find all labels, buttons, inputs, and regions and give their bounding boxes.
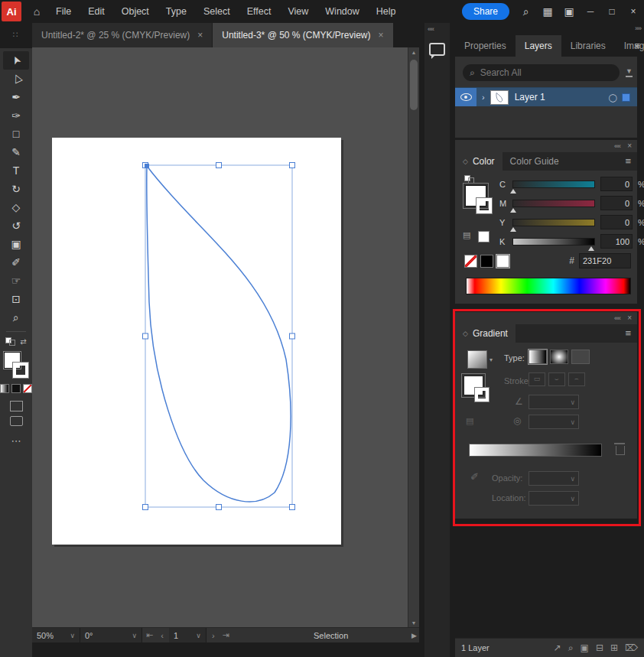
selection-indicator[interactable]	[622, 93, 630, 102]
menu-effect[interactable]: Effect	[239, 0, 280, 23]
close-panel-icon[interactable]: ×	[627, 141, 632, 150]
chevron-down-icon[interactable]: ▾	[490, 356, 493, 363]
menu-view[interactable]: View	[279, 0, 317, 23]
selection-tool[interactable]: ➤	[3, 51, 29, 70]
gradient-across-stroke-button[interactable]: ⌢	[568, 372, 585, 386]
first-page-icon[interactable]: ⇤	[142, 630, 157, 640]
none-swatch[interactable]	[464, 255, 477, 268]
magenta-slider[interactable]	[512, 200, 595, 207]
scroll-down-icon[interactable]: ▼	[408, 620, 419, 626]
home-icon[interactable]: ⌂	[26, 5, 47, 18]
black-value-field[interactable]	[600, 234, 633, 249]
freeform-gradient-button[interactable]	[571, 350, 590, 364]
scrollbar-thumb[interactable]	[410, 60, 418, 110]
radial-gradient-button[interactable]	[550, 350, 568, 364]
slider-thumb[interactable]	[510, 186, 516, 194]
anchor-point[interactable]	[145, 164, 149, 168]
menu-file[interactable]: File	[47, 0, 80, 23]
scroll-right-icon[interactable]: ▶	[411, 632, 417, 639]
direct-selection-tool[interactable]: ▷	[3, 70, 29, 88]
workspace-switcher-icon[interactable]: ▣	[558, 5, 580, 18]
aspect-ratio-dropdown[interactable]: ∨	[529, 415, 579, 429]
close-button[interactable]: ×	[623, 6, 644, 17]
out-of-gamut-icon[interactable]: ▤	[463, 230, 470, 240]
layer-row[interactable]: › Layer 1 ◯	[455, 87, 637, 106]
prev-page-icon[interactable]: ‹	[157, 631, 168, 640]
none-paint-icon[interactable]	[23, 384, 32, 393]
last-page-icon[interactable]: ⇥	[219, 630, 233, 640]
tab-color-guide[interactable]: Color Guide	[503, 152, 567, 171]
menu-select[interactable]: Select	[195, 0, 239, 23]
gradient-paint-icon[interactable]	[0, 384, 9, 393]
swap-fill-stroke-icon[interactable]: ⇄	[20, 337, 26, 346]
draw-mode-icon[interactable]	[10, 401, 23, 411]
delete-selection-icon[interactable]: ⌦	[625, 642, 638, 653]
share-button[interactable]: Share	[462, 3, 509, 20]
menu-type[interactable]: Type	[158, 0, 195, 23]
scroll-up-icon[interactable]: ▲	[408, 50, 419, 55]
cyan-value-field[interactable]	[600, 177, 633, 191]
cyan-slider[interactable]	[512, 181, 595, 188]
clipping-mask-icon[interactable]: ▣	[581, 642, 589, 653]
minimize-button[interactable]: ─	[580, 6, 601, 17]
menu-object[interactable]: Object	[113, 0, 158, 23]
artboard-tool[interactable]: ⊡	[3, 290, 29, 308]
menu-help[interactable]: Help	[368, 0, 405, 23]
black-slider[interactable]	[512, 238, 595, 246]
menu-edit[interactable]: Edit	[80, 0, 113, 23]
stroke-swatch[interactable]	[13, 363, 28, 378]
white-swatch[interactable]	[496, 255, 509, 268]
tab-gradient[interactable]: ◇ Gradient	[455, 324, 516, 343]
collect-export-icon[interactable]: ↗	[554, 642, 561, 653]
arrange-documents-icon[interactable]: ▦	[537, 5, 558, 18]
shaper-tool[interactable]: ◇	[3, 198, 29, 216]
doc-tab-untitled-2[interactable]: Untitled-2* @ 25 % (CMYK/Preview) ×	[32, 23, 213, 47]
artboard[interactable]	[52, 138, 341, 545]
yellow-value-field[interactable]	[600, 215, 633, 229]
canvas[interactable]: ▲ ▼ 50% ∨ 0° ∨ ⇤ ‹ 1 ∨ › ⇥ Selection ▶	[32, 47, 419, 642]
slider-thumb[interactable]	[588, 243, 594, 251]
rotate-tool[interactable]: ↻	[3, 180, 29, 198]
screen-mode-icon[interactable]	[10, 416, 23, 426]
expand-layer-icon[interactable]: ›	[476, 93, 490, 102]
target-circle-icon[interactable]: ◯	[609, 93, 617, 102]
filter-icon[interactable]: ▼	[626, 68, 633, 77]
pen-tool[interactable]: ✒	[3, 88, 29, 106]
panel-menu-icon[interactable]: ≡	[619, 152, 637, 171]
locate-object-icon[interactable]: ⌕	[568, 642, 574, 653]
zoom-tool[interactable]: ⌕	[3, 308, 29, 327]
gradient-annotator-icon[interactable]: ▤	[466, 416, 473, 426]
hand-tool[interactable]: ☞	[3, 272, 29, 290]
close-tab-icon[interactable]: ×	[379, 30, 384, 41]
tab-libraries[interactable]: Libraries	[561, 35, 615, 57]
magenta-value-field[interactable]	[600, 196, 633, 210]
gradient-along-stroke-button[interactable]: ⌣	[548, 372, 565, 386]
maximize-button[interactable]: □	[601, 6, 623, 17]
angle-dropdown[interactable]: ∨	[529, 395, 579, 409]
default-fill-stroke-icon[interactable]	[464, 175, 474, 184]
vertical-scrollbar[interactable]: ▲ ▼	[408, 47, 419, 628]
location-dropdown[interactable]: ∨	[529, 491, 579, 506]
in-web-color-swatch[interactable]	[478, 231, 490, 242]
next-page-icon[interactable]: ›	[208, 631, 219, 640]
eyedropper-icon[interactable]: ✐	[470, 471, 479, 483]
stroke-swatch[interactable]	[475, 388, 489, 402]
zoom-select[interactable]: 50% ∨	[32, 628, 80, 642]
hex-value-field[interactable]	[579, 253, 631, 268]
expand-panels-icon[interactable]: »»	[635, 24, 641, 32]
tab-color[interactable]: ◇ Color	[455, 152, 503, 171]
slider-thumb[interactable]	[510, 224, 516, 232]
search-input[interactable]: ⌕ Search All	[463, 64, 620, 81]
menu-window[interactable]: Window	[317, 0, 367, 23]
paintbrush-tool[interactable]: ✎	[3, 143, 29, 161]
collapse-panel-icon[interactable]: ««	[614, 314, 620, 322]
visibility-toggle[interactable]	[455, 88, 476, 106]
new-layer-icon[interactable]: ⊞	[610, 642, 618, 653]
gradient-within-stroke-button[interactable]: ▭	[529, 372, 545, 386]
slider-thumb[interactable]	[510, 205, 516, 213]
fill-stroke-widget[interactable]	[4, 352, 28, 378]
panel-menu-icon[interactable]: ≡	[634, 40, 640, 51]
rotation-select[interactable]: 0° ∨	[80, 628, 142, 642]
yellow-slider[interactable]	[512, 219, 595, 226]
search-icon[interactable]: ⌕	[516, 5, 537, 18]
